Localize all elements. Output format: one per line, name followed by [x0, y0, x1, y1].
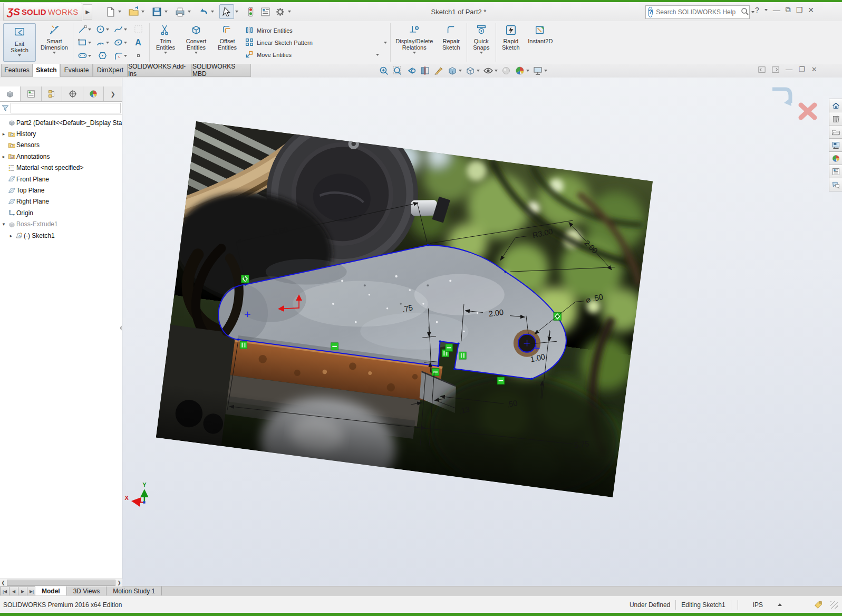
mirror-entities-button[interactable]: Mirror Entities [245, 25, 387, 36]
close-button[interactable]: ✕ [808, 6, 814, 14]
tree-item-front-plane[interactable]: Front Plane [0, 174, 122, 185]
open-document-icon[interactable] [127, 5, 140, 18]
smart-dimension-button[interactable]: Smart Dimension [37, 21, 72, 64]
linear-pattern-button[interactable]: Linear Sketch Pattern [245, 37, 387, 48]
ellipse-tool-icon[interactable] [111, 36, 129, 49]
search-icon[interactable] [741, 7, 749, 17]
fillet-tool-icon[interactable] [111, 49, 129, 62]
new-document-icon[interactable] [103, 5, 117, 18]
tree-item-history[interactable]: ▸ History [0, 128, 122, 139]
tab-mbd[interactable]: SOLIDWORKS MBD [192, 64, 251, 77]
search-input[interactable] [655, 8, 739, 16]
print-caret-icon[interactable] [188, 11, 191, 13]
panel-horizontal-scrollbar[interactable]: ❮ ❯ [0, 579, 122, 586]
forum-tab[interactable] [829, 178, 842, 191]
save-caret-icon[interactable] [164, 11, 168, 13]
cancel-sketch-icon[interactable] [801, 105, 815, 118]
evaluate-list-icon[interactable] [258, 5, 272, 18]
point-tool-icon[interactable] [129, 49, 147, 62]
hide-show-items-icon[interactable] [483, 65, 498, 76]
trim-entities-button[interactable]: Trim Entities [151, 21, 180, 64]
tab-motion-study[interactable]: Motion Study 1 [106, 586, 162, 596]
tab-3d-views[interactable]: 3D Views [66, 586, 107, 596]
tab-model[interactable]: Model [35, 586, 67, 596]
expander-icon[interactable]: ▸ [0, 154, 7, 159]
help-search[interactable]: ? [645, 5, 750, 19]
save-icon[interactable] [150, 5, 163, 18]
solidworks-logo[interactable]: ƷSSOLIDWORKS [3, 3, 82, 21]
zoom-area-icon[interactable] [392, 65, 403, 76]
move-entities-caret-icon[interactable] [376, 54, 379, 56]
exit-sketch-button[interactable]: Exit Sketch [3, 23, 36, 62]
graphics-viewport[interactable]: 5.50 R3.00 2.00 ⌀ .50 2.00 .75 1.00 .13 … [122, 78, 842, 586]
linear-pattern-caret-icon[interactable] [384, 42, 387, 44]
spline-tool-icon[interactable] [111, 23, 129, 36]
tab-sketch[interactable]: Sketch [33, 64, 60, 77]
display-style-icon[interactable] [465, 65, 480, 76]
arc-tool-icon[interactable] [93, 36, 111, 49]
expander-icon[interactable]: ▸ [7, 233, 15, 238]
displaymanager-tab[interactable] [83, 86, 104, 101]
tree-item-annotations[interactable]: ▸ A Annotations [0, 151, 122, 162]
smart-dimension-caret-icon[interactable] [53, 52, 56, 54]
view-palette-tab[interactable] [829, 138, 842, 152]
maximize-button[interactable]: ❒ [796, 6, 803, 14]
print-icon[interactable] [173, 5, 187, 18]
offset-entities-button[interactable]: Offset Entities [212, 21, 243, 64]
line-tool-icon[interactable] [75, 23, 93, 36]
expander-icon[interactable]: ▾ [0, 222, 7, 227]
view-settings-icon[interactable] [533, 65, 547, 76]
text-tool-icon[interactable]: A [129, 36, 147, 49]
help-caret-icon[interactable] [764, 9, 768, 11]
minimize-button[interactable]: — [773, 6, 780, 14]
configurationmanager-tab[interactable] [42, 86, 62, 101]
scrollbar-thumb[interactable] [7, 580, 115, 586]
section-view-icon[interactable] [420, 65, 430, 76]
polygon-tool-icon[interactable] [93, 49, 111, 62]
move-entities-button[interactable]: Move Entities [245, 50, 387, 60]
convert-caret-icon[interactable] [195, 52, 198, 54]
design-library-tab[interactable] [829, 125, 842, 139]
tree-filter[interactable] [0, 102, 122, 115]
search-caret-icon[interactable] [751, 11, 754, 13]
menu-flyout-button[interactable]: ▶ [83, 4, 92, 20]
dimxpertmanager-tab[interactable] [62, 86, 83, 101]
options-gear-icon[interactable] [273, 5, 287, 18]
units-selector[interactable]: IPS [753, 601, 763, 609]
tree-item-material[interactable]: Material <not specified> [0, 162, 122, 174]
resize-grip[interactable] [830, 601, 838, 609]
instant2d-button[interactable]: Instant2D [525, 21, 556, 64]
rapid-sketch-button[interactable]: Rapid Sketch [497, 21, 525, 64]
panel-tab-overflow[interactable]: ❯ [104, 86, 122, 101]
scroll-left-icon[interactable]: ❮ [0, 580, 6, 585]
options-caret-icon[interactable] [288, 11, 291, 13]
doc-restore-button[interactable]: ❐ [799, 65, 805, 73]
previous-view-icon[interactable] [406, 65, 417, 76]
resources-tab[interactable] [829, 112, 842, 126]
view-orientation-icon[interactable] [447, 65, 462, 76]
exit-sketch-caret-icon[interactable] [18, 54, 21, 56]
tab-evaluate[interactable]: Evaluate [60, 64, 93, 77]
slot-tool-icon[interactable] [75, 49, 93, 62]
undo-caret-icon[interactable] [211, 11, 214, 13]
doc-close-button[interactable]: ✕ [811, 65, 817, 73]
tree-item-boss-extrude[interactable]: ▾ Boss-Extrude1 [0, 219, 122, 230]
convert-entities-button[interactable]: Convert Entities [180, 21, 212, 64]
restore-button[interactable]: ⧉ [786, 5, 791, 14]
tree-item-origin[interactable]: Origin [0, 207, 122, 218]
propertymanager-tab[interactable] [21, 86, 41, 101]
home-tab[interactable] [829, 99, 842, 112]
tree-root[interactable]: Part2 (Default<<Default>_Display State [0, 117, 122, 128]
tree-item-top-plane[interactable]: Top Plane [0, 185, 122, 196]
doc-minimize-button[interactable]: — [786, 65, 792, 73]
trim-caret-icon[interactable] [164, 52, 167, 54]
tab-addins[interactable]: SOLIDWORKS Add-Ins [128, 64, 192, 77]
tree-filter-input[interactable] [11, 103, 121, 113]
split-right-icon[interactable] [772, 66, 779, 73]
rectangle-tool-icon[interactable] [75, 36, 93, 49]
apply-scene-icon[interactable] [515, 65, 529, 76]
appearances-tab[interactable] [829, 151, 842, 165]
quick-snaps-button[interactable]: Quick Snaps [468, 21, 495, 64]
help-button[interactable]: ? [755, 6, 759, 14]
open-caret-icon[interactable] [141, 11, 144, 13]
